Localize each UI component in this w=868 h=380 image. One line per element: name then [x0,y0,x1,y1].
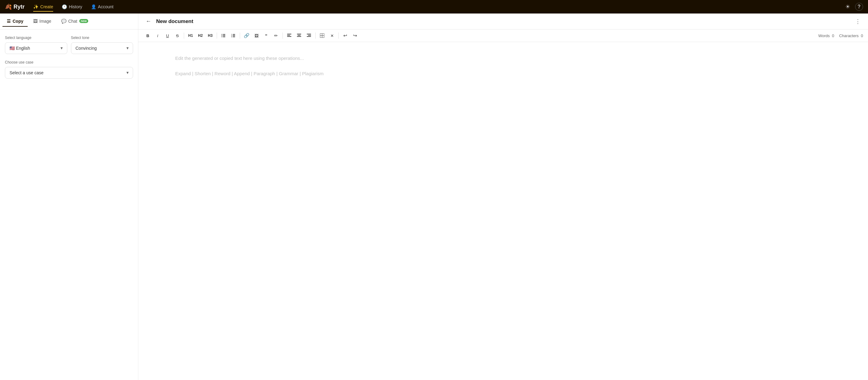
language-select-wrapper: 🇺🇸 English ▼ [5,42,67,54]
chars-label: Characters [839,33,859,38]
underline-button[interactable]: U [163,31,172,40]
use-case-label: Choose use case [5,60,133,65]
tone-select[interactable]: Convincing [71,42,133,54]
tone-select-wrapper: Convincing ▼ [71,42,133,54]
chat-tab-icon: 💬 [61,19,66,24]
editor-placeholder-ops: Expand | Shorten | Reword | Append | Par… [175,70,831,78]
create-icon: ✨ [33,4,38,9]
strikethrough-button[interactable]: S [173,31,182,40]
tab-copy[interactable]: ☰ Copy [2,16,28,27]
svg-rect-20 [307,36,311,37]
editor-toolbar: B i U S H1 H2 H3 1.2.3. 🔗 🖼 " ✏ [138,30,868,42]
back-icon: ← [146,18,151,25]
bullet-list-button[interactable] [219,31,228,40]
svg-rect-18 [307,34,311,34]
tab-image[interactable]: 🖼 Image [29,16,56,27]
svg-rect-1 [223,34,225,35]
h2-button[interactable]: H2 [196,31,205,40]
image-button[interactable]: 🖼 [252,31,261,40]
chars-stat: Characters 0 [839,33,863,38]
align-left-button[interactable] [285,31,294,40]
sidebar: ☰ Copy 🖼 Image 💬 Chat new Select languag… [0,13,138,380]
svg-rect-19 [308,35,311,36]
help-button[interactable]: ? [855,3,863,11]
back-button[interactable]: ← [145,17,152,26]
brand-icon: 🍂 [5,3,12,10]
more-options-button[interactable]: ⋮ [854,17,862,26]
svg-rect-5 [223,37,225,37]
top-navigation: 🍂 Rytr ✨ Create 🕐 History 👤 Account ☀ ? [0,0,868,13]
svg-point-2 [222,35,222,36]
theme-toggle-button[interactable]: ☀ [844,2,851,11]
link-button[interactable]: 🔗 [242,31,251,40]
tab-image-label: Image [39,19,51,24]
italic-button[interactable]: i [153,31,162,40]
highlight-button[interactable]: ✏ [271,31,281,40]
copy-tab-icon: ☰ [7,19,11,24]
sidebar-content: Select language 🇺🇸 English ▼ Select tone… [0,30,138,380]
brand-logo[interactable]: 🍂 Rytr [5,3,25,10]
words-label: Words [818,33,830,38]
chars-value: 0 [861,33,863,38]
words-value: 0 [832,33,834,38]
svg-rect-7 [233,34,235,35]
toolbar-stats: Words 0 Characters 0 [818,33,863,38]
nav-account-label: Account [98,4,114,9]
svg-rect-17 [297,36,301,37]
align-center-button[interactable] [294,31,304,40]
svg-rect-14 [287,36,291,37]
svg-point-0 [222,34,222,35]
redo-button[interactable]: ↪ [350,31,360,40]
language-group: Select language 🇺🇸 English ▼ [5,36,67,54]
nav-history[interactable]: 🕐 History [58,2,86,11]
svg-point-4 [222,37,222,37]
bold-button[interactable]: B [143,31,152,40]
undo-button[interactable]: ↩ [341,31,350,40]
topnav-right: ☀ ? [844,2,863,11]
editor-header: ← New document ⋮ [138,13,868,30]
nav-history-label: History [69,4,82,9]
svg-rect-9 [233,35,235,36]
table-button[interactable] [317,31,327,40]
h1-button[interactable]: H1 [186,31,195,40]
history-icon: 🕐 [62,4,67,9]
toolbar-sep-6 [338,33,339,39]
use-case-select[interactable]: Select a use case [5,67,133,78]
svg-rect-16 [298,35,301,36]
image-tab-icon: 🖼 [33,19,37,24]
tone-group: Select tone Convincing ▼ [71,36,133,54]
sidebar-tabs: ☰ Copy 🖼 Image 💬 Chat new [0,13,138,30]
tone-label: Select tone [71,36,133,40]
words-stat: Words 0 [818,33,834,38]
svg-rect-15 [297,34,301,34]
tab-chat-label: Chat [68,19,78,24]
h3-button[interactable]: H3 [206,31,215,40]
align-right-button[interactable] [304,31,313,40]
nav-create-label: Create [40,4,53,9]
tab-copy-label: Copy [12,19,23,24]
svg-rect-13 [287,35,290,36]
tab-chat[interactable]: 💬 Chat new [57,16,93,27]
editor-body[interactable]: Edit the generated or copied text here u… [138,42,868,380]
language-select[interactable]: 🇺🇸 English [5,42,67,54]
nav-create[interactable]: ✨ Create [30,2,57,11]
editor-placeholder-main: Edit the generated or copied text here u… [175,54,831,62]
svg-rect-3 [223,35,225,36]
nav-account[interactable]: 👤 Account [87,2,117,11]
svg-rect-11 [233,37,235,37]
toolbar-sep-4 [282,33,283,39]
toolbar-sep-1 [184,33,184,39]
toolbar-sep-5 [315,33,316,39]
use-case-select-wrapper: Select a use case ▼ [5,67,133,78]
toolbar-sep-2 [217,33,217,39]
brand-name: Rytr [13,4,25,10]
quote-button[interactable]: " [261,31,271,40]
editor-area: ← New document ⋮ B i U S H1 H2 H3 1.2.3.… [138,13,868,380]
language-label: Select language [5,36,67,40]
ordered-list-button[interactable]: 1.2.3. [229,31,238,40]
svg-rect-12 [287,34,291,34]
chat-badge: new [79,19,88,23]
clear-format-button[interactable]: ✕ [327,31,337,40]
language-tone-row: Select language 🇺🇸 English ▼ Select tone… [5,36,133,54]
use-case-group: Choose use case Select a use case ▼ [5,60,133,78]
